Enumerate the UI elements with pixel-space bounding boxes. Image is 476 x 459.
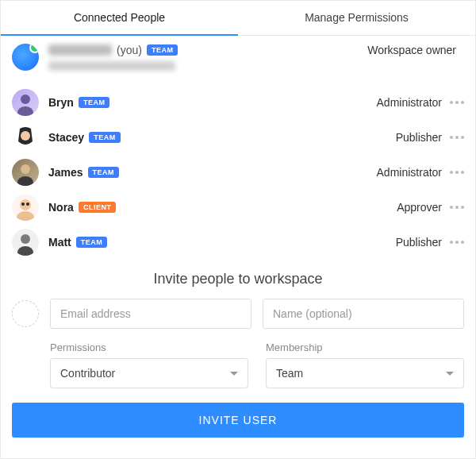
person-row: Nora CLIENT Approver: [12, 190, 464, 225]
permissions-value: Contributor: [60, 367, 115, 380]
svg-point-2: [21, 131, 30, 141]
person-row: James TEAM Administrator: [12, 155, 464, 190]
chevron-down-icon: [230, 372, 238, 376]
membership-badge: TEAM: [147, 44, 178, 56]
membership-badge: TEAM: [88, 167, 120, 178]
permissions-label: Permissions: [50, 341, 248, 353]
avatar: [12, 124, 39, 151]
person-row: Stacey TEAM Publisher: [12, 120, 464, 155]
avatar: [12, 159, 39, 186]
role-label: Approver: [397, 201, 442, 214]
avatar: [12, 194, 39, 221]
avatar: [12, 89, 39, 116]
svg-point-10: [21, 234, 30, 244]
avatar-owner: [12, 44, 39, 71]
invite-user-button[interactable]: INVITE USER: [12, 403, 464, 438]
more-icon[interactable]: [450, 206, 464, 209]
person-name: James: [48, 166, 83, 179]
svg-point-7: [26, 202, 29, 206]
svg-point-6: [21, 202, 25, 206]
more-icon[interactable]: [450, 241, 464, 244]
membership-badge: TEAM: [79, 97, 110, 108]
svg-point-5: [20, 199, 31, 210]
tabs: Connected People Manage Permissions: [1, 1, 475, 36]
tab-connected-people[interactable]: Connected People: [1, 1, 238, 35]
svg-point-8: [17, 211, 34, 221]
tab-manage-permissions[interactable]: Manage Permissions: [238, 1, 475, 35]
membership-value: Team: [276, 367, 303, 380]
invite-section: Invite people to workspace Permissions C…: [1, 260, 475, 388]
invite-title: Invite people to workspace: [12, 271, 464, 287]
owner-name-redacted: [48, 44, 112, 56]
you-suffix: (you): [117, 44, 142, 56]
membership-label: Membership: [266, 341, 464, 353]
more-icon[interactable]: [450, 171, 464, 174]
more-icon[interactable]: [450, 101, 464, 104]
role-label: Administrator: [377, 166, 442, 179]
svg-point-1: [17, 106, 33, 116]
svg-point-4: [17, 176, 33, 186]
person-row: Bryn TEAM Administrator: [12, 85, 464, 120]
permissions-select[interactable]: Contributor: [50, 358, 248, 388]
membership-select[interactable]: Team: [266, 358, 464, 388]
membership-badge: CLIENT: [79, 202, 117, 213]
chevron-down-icon: [446, 372, 454, 376]
people-list: (you) TEAM Workspace owner Bryn TEAM Adm…: [1, 36, 475, 260]
owner-email-redacted: [48, 61, 175, 71]
person-name: Stacey: [48, 131, 84, 144]
role-label: Administrator: [377, 96, 442, 109]
invite-avatar-placeholder: [12, 300, 39, 327]
person-name: Nora: [48, 201, 74, 214]
person-row-owner: (you) TEAM Workspace owner: [12, 42, 464, 85]
svg-point-3: [21, 164, 30, 174]
role-label: Workspace owner: [367, 44, 456, 56]
membership-badge: TEAM: [89, 132, 121, 143]
role-label: Publisher: [396, 131, 442, 144]
name-field[interactable]: [263, 299, 464, 329]
email-field[interactable]: [50, 299, 251, 329]
person-row: Matt TEAM Publisher: [12, 225, 464, 260]
svg-point-0: [21, 94, 30, 104]
role-label: Publisher: [396, 236, 442, 249]
person-name: Matt: [48, 236, 71, 249]
person-name: Bryn: [48, 96, 74, 109]
avatar: [12, 229, 39, 256]
membership-badge: TEAM: [76, 237, 108, 248]
more-icon[interactable]: [450, 136, 464, 139]
